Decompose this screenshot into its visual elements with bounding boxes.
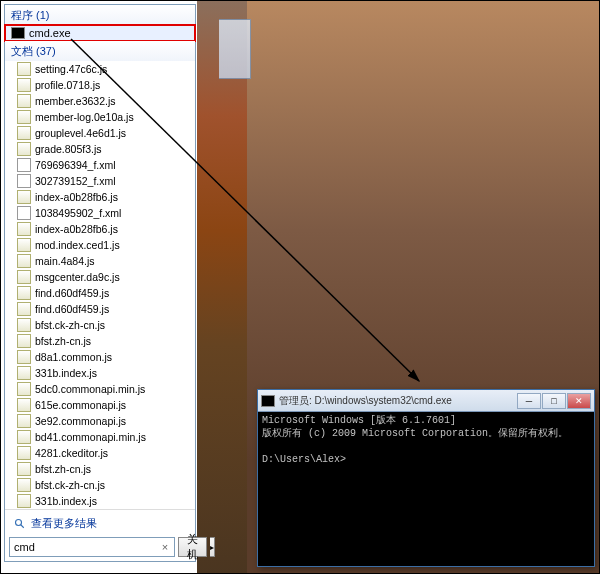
list-item[interactable]: grade.805f3.js bbox=[5, 141, 195, 157]
js-file-icon bbox=[17, 318, 31, 332]
list-item[interactable]: msgcenter.da9c.js bbox=[5, 269, 195, 285]
close-button[interactable]: ✕ bbox=[567, 393, 591, 409]
list-item[interactable]: index-a0b28fb6.js bbox=[5, 189, 195, 205]
program-label: cmd.exe bbox=[29, 27, 71, 39]
search-icon bbox=[13, 517, 27, 531]
file-label: bfst.zh-cn.js bbox=[35, 463, 91, 475]
xml-file-icon bbox=[17, 158, 31, 172]
list-item[interactable]: 302739152_f.xml bbox=[5, 173, 195, 189]
file-label: 1038495902_f.xml bbox=[35, 207, 121, 219]
desktop-background-left bbox=[197, 1, 247, 574]
list-item[interactable]: profile.0718.js bbox=[5, 77, 195, 93]
cmd-prompt: D:\Users\Alex> bbox=[262, 454, 346, 465]
file-label: 3e92.commonapi.js bbox=[35, 415, 126, 427]
file-label: grouplevel.4e6d1.js bbox=[35, 127, 126, 139]
js-file-icon bbox=[17, 446, 31, 460]
file-label: mod.index.ced1.js bbox=[35, 239, 120, 251]
program-result-cmd[interactable]: cmd.exe bbox=[5, 25, 195, 41]
list-item[interactable]: find.d60df459.js bbox=[5, 301, 195, 317]
list-item[interactable]: bfst.ck-zh-cn.js bbox=[5, 317, 195, 333]
js-file-icon bbox=[17, 254, 31, 268]
file-label: grade.805f3.js bbox=[35, 143, 102, 155]
documents-section-header: 文档 (37) bbox=[5, 41, 195, 61]
cmd-title-text: 管理员: D:\windows\system32\cmd.exe bbox=[279, 394, 513, 408]
file-label: index-a0b28fb6.js bbox=[35, 223, 118, 235]
shutdown-options-arrow[interactable]: ▸ bbox=[210, 537, 215, 557]
clear-search-button[interactable]: × bbox=[156, 538, 174, 556]
js-file-icon bbox=[17, 110, 31, 124]
see-more-results[interactable]: 查看更多结果 bbox=[9, 514, 191, 537]
xml-file-icon bbox=[17, 206, 31, 220]
list-item[interactable]: index-a0b28fb6.js bbox=[5, 221, 195, 237]
list-item[interactable]: main.4a84.js bbox=[5, 253, 195, 269]
js-file-icon bbox=[17, 62, 31, 76]
cmd-line-1: Microsoft Windows [版本 6.1.7601] bbox=[262, 415, 456, 426]
file-label: 302739152_f.xml bbox=[35, 175, 116, 187]
list-item[interactable]: 5dc0.commonapi.min.js bbox=[5, 381, 195, 397]
js-file-icon bbox=[17, 366, 31, 380]
js-file-icon bbox=[17, 462, 31, 476]
list-item[interactable]: 769696394_f.xml bbox=[5, 157, 195, 173]
file-label: msgcenter.da9c.js bbox=[35, 271, 120, 283]
file-label: member.e3632.js bbox=[35, 95, 116, 107]
js-file-icon bbox=[17, 494, 31, 508]
js-file-icon bbox=[17, 286, 31, 300]
background-window-glimpse bbox=[219, 19, 251, 79]
list-item[interactable]: member-log.0e10a.js bbox=[5, 109, 195, 125]
shutdown-button[interactable]: 关机 bbox=[178, 537, 207, 557]
svg-line-1 bbox=[21, 524, 24, 527]
list-item[interactable]: setting.47c6c.js bbox=[5, 61, 195, 77]
file-label: member-log.0e10a.js bbox=[35, 111, 134, 123]
cmd-window: 管理员: D:\windows\system32\cmd.exe ─ □ ✕ M… bbox=[257, 389, 595, 567]
list-item[interactable]: grouplevel.4e6d1.js bbox=[5, 125, 195, 141]
file-results-list: setting.47c6c.jsprofile.0718.jsmember.e3… bbox=[5, 61, 195, 509]
list-item[interactable]: 615e.commonapi.js bbox=[5, 397, 195, 413]
list-item[interactable]: 331b.index.js bbox=[5, 365, 195, 381]
list-item[interactable]: bfst.ck-zh-cn.js bbox=[5, 477, 195, 493]
cmd-terminal-body[interactable]: Microsoft Windows [版本 6.1.7601] 版权所有 (c)… bbox=[258, 412, 594, 566]
search-input[interactable] bbox=[10, 538, 156, 556]
list-item[interactable]: bfst.zh-cn.js bbox=[5, 333, 195, 349]
js-file-icon bbox=[17, 78, 31, 92]
file-label: bfst.ck-zh-cn.js bbox=[35, 319, 105, 331]
list-item[interactable]: 1038495902_f.xml bbox=[5, 205, 195, 221]
maximize-button[interactable]: □ bbox=[542, 393, 566, 409]
minimize-button[interactable]: ─ bbox=[517, 393, 541, 409]
file-label: find.d60df459.js bbox=[35, 303, 109, 315]
js-file-icon bbox=[17, 126, 31, 140]
svg-point-0 bbox=[16, 519, 22, 525]
file-label: 769696394_f.xml bbox=[35, 159, 116, 171]
file-label: 4281.ckeditor.js bbox=[35, 447, 108, 459]
cmd-title-icon bbox=[261, 395, 275, 407]
cmd-titlebar[interactable]: 管理员: D:\windows\system32\cmd.exe ─ □ ✕ bbox=[258, 390, 594, 412]
js-file-icon bbox=[17, 190, 31, 204]
see-more-label: 查看更多结果 bbox=[31, 516, 97, 531]
js-file-icon bbox=[17, 94, 31, 108]
file-label: 331b.index.js bbox=[35, 495, 97, 507]
file-label: bfst.zh-cn.js bbox=[35, 335, 91, 347]
list-item[interactable]: bd41.commonapi.min.js bbox=[5, 429, 195, 445]
list-item[interactable]: 3e92.commonapi.js bbox=[5, 413, 195, 429]
file-label: d8a1.common.js bbox=[35, 351, 112, 363]
list-item[interactable]: bfst.zh-cn.js bbox=[5, 461, 195, 477]
js-file-icon bbox=[17, 270, 31, 284]
file-label: 331b.index.js bbox=[35, 367, 97, 379]
js-file-icon bbox=[17, 334, 31, 348]
list-item[interactable]: 331b.index.js bbox=[5, 493, 195, 509]
cmd-icon bbox=[11, 27, 25, 39]
list-item[interactable]: mod.index.ced1.js bbox=[5, 237, 195, 253]
search-footer: 查看更多结果 × 关机 ▸ bbox=[5, 509, 195, 561]
js-file-icon bbox=[17, 238, 31, 252]
list-item[interactable]: 4281.ckeditor.js bbox=[5, 445, 195, 461]
js-file-icon bbox=[17, 142, 31, 156]
window-buttons: ─ □ ✕ bbox=[517, 393, 591, 409]
start-search-panel: 程序 (1) cmd.exe 文档 (37) setting.47c6c.jsp… bbox=[4, 4, 196, 562]
file-label: 5dc0.commonapi.min.js bbox=[35, 383, 145, 395]
file-label: bd41.commonapi.min.js bbox=[35, 431, 146, 443]
list-item[interactable]: d8a1.common.js bbox=[5, 349, 195, 365]
list-item[interactable]: find.d60df459.js bbox=[5, 285, 195, 301]
file-label: setting.47c6c.js bbox=[35, 63, 107, 75]
list-item[interactable]: member.e3632.js bbox=[5, 93, 195, 109]
js-file-icon bbox=[17, 414, 31, 428]
js-file-icon bbox=[17, 350, 31, 364]
